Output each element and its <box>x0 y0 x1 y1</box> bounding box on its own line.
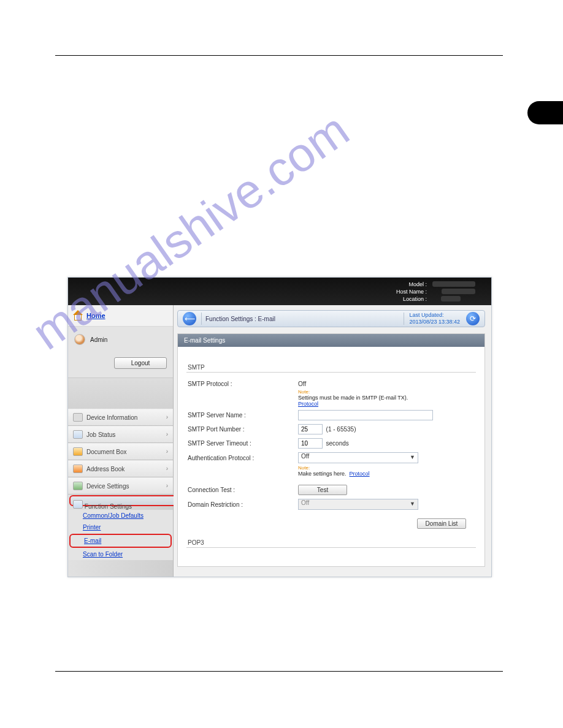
smtp-server-name-input[interactable] <box>298 410 433 420</box>
domain-restriction-label: Domain Restriction : <box>188 501 298 508</box>
divider <box>201 313 202 325</box>
app-header: Model : Host Name : Location : <box>68 278 491 305</box>
note-heading: Note: <box>178 389 484 395</box>
host-value-redacted <box>442 289 475 294</box>
sidebar-item-label: Address Book <box>86 466 124 472</box>
sidebar-item-function-settings[interactable]: Function Settings ⌄ <box>69 495 190 506</box>
sidebar-item-label: Document Box <box>86 449 127 455</box>
panel-title: E-mail Settings <box>178 334 484 347</box>
arrow-left-icon: ⟵ <box>185 314 195 323</box>
sub-printer[interactable]: Printer <box>68 521 173 533</box>
sidebar-spacer <box>68 378 173 409</box>
home-icon <box>73 311 83 320</box>
host-label: Host Name : <box>396 289 427 295</box>
home-link[interactable]: Home <box>86 312 105 319</box>
last-updated: Last Updated: 2013/08/23 13:38:42 <box>409 312 460 325</box>
sub-email[interactable]: E-mail <box>69 534 172 548</box>
sidebar-item-device-settings[interactable]: Device Settings › <box>68 477 173 495</box>
refresh-icon: ⟳ <box>470 314 476 323</box>
job-status-icon <box>73 430 83 439</box>
logout-button[interactable]: Logout <box>114 357 167 369</box>
sidebar-user: Admin <box>68 327 173 352</box>
sub-common-defaults[interactable]: Common/Job Defaults <box>68 510 173 521</box>
breadcrumb-title: Function Settings : E-mail <box>205 316 275 322</box>
chevron-right-icon: › <box>166 431 168 438</box>
screenshot-window: Model : Host Name : Location : Home Admi… <box>67 277 492 577</box>
model-label: Model : <box>408 281 427 287</box>
note-text: Make settings here. Protocol <box>178 471 484 478</box>
smtp-port-label: SMTP Port Number : <box>188 426 298 433</box>
sidebar-item-label: Job Status <box>86 431 115 438</box>
smtp-timeout-label: SMTP Server Timeout : <box>188 440 298 447</box>
sub-scan-to-folder[interactable]: Scan to Folder <box>68 548 173 560</box>
smtp-port-input[interactable] <box>298 424 323 434</box>
test-button[interactable]: Test <box>298 485 347 495</box>
smtp-timeout-input[interactable] <box>298 438 323 449</box>
dropdown-icon: ▼ <box>410 501 415 507</box>
sidebar-item-document-box[interactable]: Document Box › <box>68 443 173 460</box>
page-rule-top <box>55 55 503 56</box>
function-settings-icon <box>73 500 83 509</box>
smtp-port-hint: (1 - 65535) <box>326 426 356 433</box>
sidebar-home[interactable]: Home <box>73 309 168 322</box>
smtp-timeout-unit: seconds <box>326 440 349 447</box>
protocol-link[interactable]: Protocol <box>350 471 370 477</box>
note-text: Settings must be made in SMTP (E-mail TX… <box>178 395 484 408</box>
page-side-tab <box>527 101 563 124</box>
main-pane: ⟵ Function Settings : E-mail Last Update… <box>174 305 491 577</box>
auth-protocol-label: Authentication Protocol : <box>188 455 298 461</box>
auth-protocol-select[interactable]: Off ▼ <box>298 452 418 463</box>
address-book-icon <box>73 464 83 473</box>
model-value-redacted <box>432 281 475 287</box>
chevron-right-icon: › <box>166 448 168 455</box>
device-settings-icon <box>73 482 83 490</box>
domain-list-button[interactable]: Domain List <box>417 518 466 529</box>
document-box-icon <box>73 447 83 456</box>
smtp-section-title: SMTP <box>186 355 476 373</box>
back-button[interactable]: ⟵ <box>183 312 196 325</box>
avatar-icon <box>74 334 85 345</box>
page-rule-bottom <box>55 671 503 672</box>
email-settings-panel: E-mail Settings SMTP SMTP Protocol : Off… <box>177 333 485 567</box>
location-value-redacted <box>441 296 461 301</box>
pop3-section-title: POP3 <box>186 531 476 548</box>
smtp-protocol-value: Off <box>298 381 475 387</box>
chevron-right-icon: › <box>166 414 168 420</box>
connection-test-label: Connection Test : <box>188 487 298 493</box>
sidebar-item-label: Device Settings <box>86 483 129 490</box>
divider <box>404 313 404 325</box>
user-name: Admin <box>90 336 107 343</box>
last-updated-label: Last Updated: <box>409 312 460 319</box>
sidebar: Home Admin Logout Device Information › J… <box>68 305 174 577</box>
sidebar-item-job-status[interactable]: Job Status › <box>68 426 173 443</box>
chevron-right-icon: › <box>166 465 168 472</box>
location-label: Location : <box>403 296 427 302</box>
device-info-icon <box>73 413 83 422</box>
sidebar-item-device-info[interactable]: Device Information › <box>68 409 173 426</box>
sidebar-item-label: Device Information <box>86 414 137 421</box>
refresh-button[interactable]: ⟳ <box>466 312 480 325</box>
sidebar-item-address-book[interactable]: Address Book › <box>68 460 173 477</box>
breadcrumb-bar: ⟵ Function Settings : E-mail Last Update… <box>177 310 485 327</box>
dropdown-icon: ▼ <box>410 454 415 460</box>
smtp-server-name-label: SMTP Server Name : <box>188 412 298 419</box>
sidebar-submenu: Common/Job Defaults Printer E-mail Scan … <box>68 510 173 560</box>
domain-restriction-select: Off ▼ <box>298 499 418 510</box>
smtp-protocol-label: SMTP Protocol : <box>188 381 298 387</box>
note-heading: Note: <box>178 465 484 471</box>
protocol-link[interactable]: Protocol <box>298 401 318 407</box>
chevron-right-icon: › <box>166 482 168 489</box>
sidebar-item-label: Function Settings <box>85 503 132 510</box>
last-updated-value: 2013/08/23 13:38:42 <box>409 319 460 325</box>
